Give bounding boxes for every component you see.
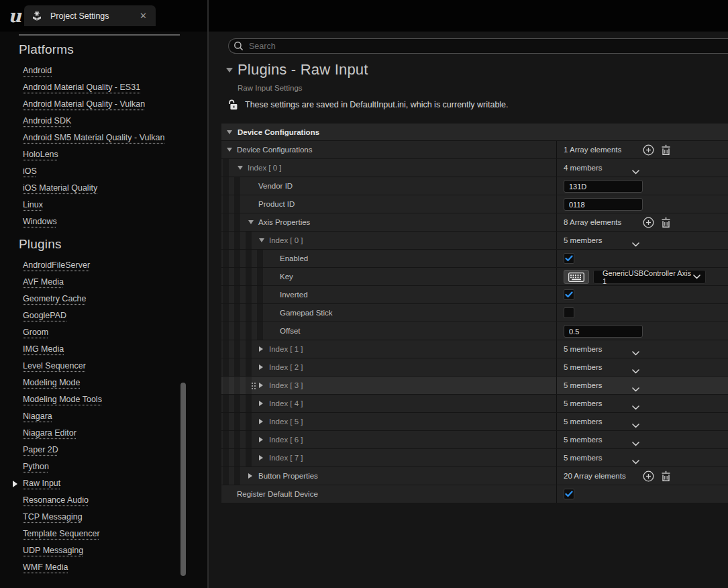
sidebar-item-groom[interactable]: Groom bbox=[0, 324, 207, 341]
sidebar-item-udp-messaging[interactable]: UDP Messaging bbox=[0, 542, 207, 559]
expander-down-icon[interactable] bbox=[259, 232, 267, 249]
sidebar-item-linux[interactable]: Linux bbox=[0, 197, 207, 213]
sidebar-item-python[interactable]: Python bbox=[0, 458, 207, 475]
offset-input[interactable] bbox=[564, 325, 643, 338]
sidebar-item-label[interactable]: HoloLens bbox=[23, 150, 58, 159]
search-input[interactable] bbox=[249, 42, 652, 51]
category-collapse-icon[interactable] bbox=[227, 130, 232, 134]
expander-right-icon[interactable] bbox=[259, 377, 267, 394]
sidebar-item-niagara[interactable]: Niagara bbox=[0, 408, 207, 425]
expander-right-icon[interactable] bbox=[259, 358, 267, 376]
sidebar-item-raw-input[interactable]: Raw Input bbox=[0, 475, 207, 492]
plus-circle-icon[interactable] bbox=[642, 144, 654, 156]
inverted-checkbox[interactable] bbox=[564, 289, 574, 300]
sidebar-item-label[interactable]: Modeling Mode Tools bbox=[23, 395, 102, 404]
expander-down-icon[interactable] bbox=[227, 141, 235, 158]
chevron-down-icon[interactable] bbox=[632, 165, 639, 177]
sidebar-item-label[interactable]: Android Material Quality - Vulkan bbox=[23, 99, 145, 109]
sidebar-item-label[interactable]: Geometry Cache bbox=[23, 294, 86, 303]
vendor-id-input[interactable] bbox=[564, 180, 643, 193]
sidebar-item-level-sequencer[interactable]: Level Sequencer bbox=[0, 358, 207, 375]
expander-down-icon[interactable] bbox=[248, 213, 256, 231]
unreal-engine-logo[interactable]: u bbox=[5, 5, 25, 26]
sidebar-item-label[interactable]: Android bbox=[23, 66, 52, 75]
sidebar-item-label[interactable]: Python bbox=[23, 462, 49, 471]
sidebar-item-label[interactable]: Paper 2D bbox=[23, 445, 58, 454]
expander-right-icon[interactable] bbox=[259, 340, 267, 358]
sidebar-item-label[interactable]: IMG Media bbox=[23, 344, 64, 354]
chevron-down-icon[interactable] bbox=[632, 401, 639, 413]
sidebar-item-label[interactable]: Resonance Audio bbox=[23, 495, 89, 505]
enabled-checkbox[interactable] bbox=[564, 253, 574, 264]
chevron-down-icon[interactable] bbox=[632, 238, 639, 250]
sidebar-item-label[interactable]: Android Material Quality - ES31 bbox=[23, 83, 140, 92]
tab-project-settings[interactable]: Project Settings ✕ bbox=[24, 5, 156, 26]
sidebar-item-android-material-quality-vulkan[interactable]: Android Material Quality - Vulkan bbox=[0, 96, 207, 113]
sidebar-item-modeling-mode-tools[interactable]: Modeling Mode Tools bbox=[0, 391, 207, 408]
plus-circle-icon[interactable] bbox=[642, 470, 654, 482]
sidebar-item-android[interactable]: Android bbox=[0, 62, 207, 79]
close-icon[interactable]: ✕ bbox=[138, 11, 149, 21]
sidebar-item-label[interactable]: Raw Input bbox=[23, 479, 60, 488]
sidebar-item-resonance-audio[interactable]: Resonance Audio bbox=[0, 492, 207, 509]
chevron-down-icon[interactable] bbox=[632, 437, 639, 449]
page-collapse-icon[interactable] bbox=[226, 68, 233, 72]
chevron-down-icon[interactable] bbox=[632, 364, 639, 377]
expander-right-icon[interactable] bbox=[259, 431, 267, 448]
sidebar-item-wmf-media[interactable]: WMF Media bbox=[0, 559, 207, 576]
drag-handle[interactable] bbox=[252, 383, 253, 384]
trash-icon[interactable] bbox=[660, 144, 672, 156]
sidebar-item-androidfileserver[interactable]: AndroidFileServer bbox=[0, 257, 207, 274]
expander-right-icon[interactable] bbox=[259, 449, 267, 467]
chevron-down-icon[interactable] bbox=[632, 346, 639, 358]
keyboard-icon[interactable] bbox=[564, 270, 589, 284]
chevron-down-icon[interactable] bbox=[632, 419, 639, 431]
sidebar-item-label[interactable]: UDP Messaging bbox=[23, 546, 83, 555]
sidebar-item-label[interactable]: Level Sequencer bbox=[23, 361, 86, 371]
sidebar-item-windows[interactable]: Windows bbox=[0, 213, 207, 230]
expander-right-icon[interactable] bbox=[259, 413, 267, 430]
key-select-dropdown[interactable]: GenericUSBController Axis 1 bbox=[593, 270, 706, 284]
sidebar-item-label[interactable]: Template Sequencer bbox=[23, 529, 100, 538]
sidebar-item-modeling-mode[interactable]: Modeling Mode bbox=[0, 375, 207, 391]
chevron-down-icon[interactable] bbox=[632, 383, 639, 395]
sidebar-item-hololens[interactable]: HoloLens bbox=[0, 146, 207, 163]
sidebar-item-ios-material-quality[interactable]: iOS Material Quality bbox=[0, 180, 207, 197]
category-header[interactable]: Device Configurations bbox=[221, 124, 728, 141]
sidebar-item-paper-2d[interactable]: Paper 2D bbox=[0, 442, 207, 458]
plus-circle-icon[interactable] bbox=[642, 216, 654, 228]
sidebar-scrollbar[interactable] bbox=[180, 383, 186, 576]
sidebar-item-geometry-cache[interactable]: Geometry Cache bbox=[0, 291, 207, 307]
sidebar-item-img-media[interactable]: IMG Media bbox=[0, 341, 207, 358]
sidebar-item-label[interactable]: TCP Messaging bbox=[23, 512, 83, 522]
sidebar-item-label[interactable]: WMF Media bbox=[23, 562, 68, 572]
sidebar-item-label[interactable]: AndroidFileServer bbox=[23, 260, 90, 270]
register-default-device-checkbox[interactable] bbox=[564, 489, 574, 499]
sidebar-item-label[interactable]: AVF Media bbox=[23, 277, 64, 287]
expander-right-icon[interactable] bbox=[259, 395, 267, 412]
sidebar-item-label[interactable]: Android SM5 Material Quality - Vulkan bbox=[23, 133, 164, 142]
sidebar-item-label[interactable]: Groom bbox=[23, 328, 48, 337]
sidebar-item-label[interactable]: iOS Material Quality bbox=[23, 183, 97, 193]
sidebar-item-ios[interactable]: iOS bbox=[0, 163, 207, 180]
sidebar-item-label[interactable]: Modeling Mode bbox=[23, 378, 80, 387]
chevron-down-icon[interactable] bbox=[632, 455, 639, 467]
gamepad-stick-checkbox[interactable] bbox=[564, 307, 574, 318]
trash-icon[interactable] bbox=[660, 470, 672, 482]
sidebar-item-googlepad[interactable]: GooglePAD bbox=[0, 307, 207, 324]
search-bar[interactable] bbox=[228, 38, 728, 54]
sidebar-item-label[interactable]: iOS bbox=[23, 166, 37, 176]
sidebar-item-label[interactable]: Linux bbox=[23, 200, 43, 209]
expander-down-icon[interactable] bbox=[238, 159, 246, 177]
sidebar-item-template-sequencer[interactable]: Template Sequencer bbox=[0, 526, 207, 542]
sidebar-item-avf-media[interactable]: AVF Media bbox=[0, 274, 207, 291]
sidebar-item-label[interactable]: GooglePAD bbox=[23, 311, 66, 320]
sidebar-item-android-sm5-material-quality-vulkan[interactable]: Android SM5 Material Quality - Vulkan bbox=[0, 130, 207, 146]
sidebar-item-tcp-messaging[interactable]: TCP Messaging bbox=[0, 509, 207, 526]
product-id-input[interactable] bbox=[564, 198, 643, 211]
sidebar-item-label[interactable]: Windows bbox=[23, 217, 57, 226]
expander-right-icon[interactable] bbox=[248, 467, 256, 485]
sidebar-item-label[interactable]: Niagara bbox=[23, 411, 52, 421]
trash-icon[interactable] bbox=[660, 216, 672, 228]
sidebar-item-label[interactable]: Android SDK bbox=[23, 116, 71, 126]
